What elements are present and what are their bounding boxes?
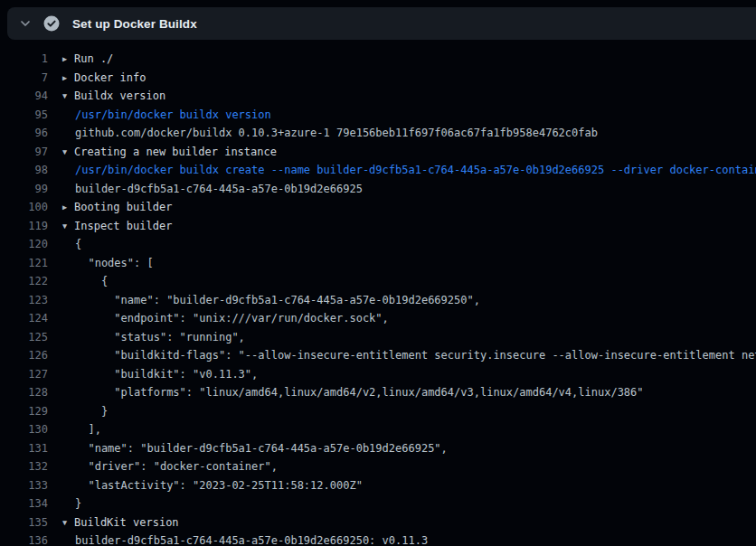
line-content: "platforms": "linux/amd64,linux/amd64/v2…	[62, 383, 644, 402]
log-line[interactable]: 121 "nodes": [	[0, 254, 756, 273]
line-text: BuildKit version	[74, 516, 179, 529]
log-line[interactable]: 99 builder-d9cfb5a1-c764-445a-a57e-0b19d…	[0, 180, 756, 199]
line-content: "lastActivity": "2023-02-25T11:58:12.000…	[62, 476, 363, 495]
line-text: "nodes": [	[75, 257, 154, 269]
line-content: ▶Run ./	[62, 50, 113, 69]
line-text: "name": "builder-d9cfb5a1-c764-445a-a57e…	[75, 442, 448, 455]
line-content: "status": "running",	[62, 328, 245, 347]
line-text: Run ./	[74, 52, 113, 65]
log-line[interactable]: 126 "buildkitd-flags": "--allow-insecure…	[0, 346, 756, 365]
group-toggle-icon[interactable]: ▼	[62, 217, 74, 236]
line-number[interactable]: 126	[0, 346, 48, 365]
step-header[interactable]: Set up Docker Buildx	[7, 7, 756, 40]
log-line[interactable]: 122 {	[0, 272, 756, 291]
line-number[interactable]: 96	[0, 124, 48, 143]
line-content: ],	[62, 420, 101, 439]
line-content: ▼BuildKit version	[62, 513, 179, 532]
log-line[interactable]: 1 ▶Run ./	[0, 50, 756, 69]
line-number[interactable]: 131	[0, 439, 48, 458]
line-number[interactable]: 7	[0, 69, 48, 88]
log-line[interactable]: 128 "platforms": "linux/amd64,linux/amd6…	[0, 383, 756, 402]
line-content: "nodes": [	[62, 254, 154, 273]
log-line[interactable]: 96 github.com/docker/buildx 0.10.3+azure…	[0, 124, 756, 143]
line-number[interactable]: 132	[0, 457, 48, 476]
log-line[interactable]: 134 }	[0, 494, 756, 513]
log-line[interactable]: 130 ],	[0, 420, 756, 439]
log-line[interactable]: 132 "driver": "docker-container",	[0, 457, 756, 476]
line-text: github.com/docker/buildx 0.10.3+azure-1 …	[75, 127, 598, 139]
log-line[interactable]: 94 ▼Buildx version	[0, 87, 756, 106]
line-number[interactable]: 133	[0, 476, 48, 495]
line-number[interactable]: 127	[0, 365, 48, 384]
group-toggle-icon[interactable]: ▼	[62, 87, 74, 106]
line-text: "buildkitd-flags": "--allow-insecure-ent…	[75, 349, 756, 362]
line-content: {	[62, 235, 81, 254]
line-number[interactable]: 121	[0, 254, 48, 273]
line-content: builder-d9cfb5a1-c764-445a-a57e-0b19d2e6…	[62, 532, 428, 546]
log-line[interactable]: 97 ▼Creating a new builder instance	[0, 143, 756, 162]
line-number[interactable]: 122	[0, 272, 48, 291]
log-line[interactable]: 120 {	[0, 235, 756, 254]
line-number[interactable]: 100	[0, 198, 48, 217]
line-number[interactable]: 135	[0, 513, 48, 532]
line-content: {	[62, 272, 108, 291]
line-number[interactable]: 124	[0, 309, 48, 328]
log-line[interactable]: 131 "name": "builder-d9cfb5a1-c764-445a-…	[0, 439, 756, 458]
line-number[interactable]: 129	[0, 402, 48, 421]
line-content: github.com/docker/buildx 0.10.3+azure-1 …	[62, 124, 598, 143]
log-line[interactable]: 124 "endpoint": "unix:///var/run/docker.…	[0, 309, 756, 328]
line-number[interactable]: 136	[0, 532, 48, 546]
line-text: "driver": "docker-container",	[75, 460, 278, 473]
chevron-down-icon[interactable]	[18, 16, 33, 31]
line-number[interactable]: 99	[0, 180, 48, 199]
group-toggle-icon[interactable]: ▶	[62, 198, 74, 217]
line-content: ▼Buildx version	[62, 87, 165, 106]
line-text: "endpoint": "unix:///var/run/docker.sock…	[75, 312, 389, 325]
line-content: "driver": "docker-container",	[62, 457, 278, 476]
line-text: "lastActivity": "2023-02-25T11:58:12.000…	[75, 479, 363, 492]
line-content: "buildkitd-flags": "--allow-insecure-ent…	[62, 346, 756, 365]
line-number[interactable]: 120	[0, 235, 48, 254]
log-line[interactable]: 133 "lastActivity": "2023-02-25T11:58:12…	[0, 476, 756, 495]
line-number[interactable]: 94	[0, 87, 48, 106]
log-lines: 1 ▶Run ./ 7 ▶Docker info 94 ▼Buildx vers…	[0, 40, 756, 546]
line-text: ],	[75, 423, 101, 436]
log-line[interactable]: 129 }	[0, 402, 756, 421]
line-number[interactable]: 123	[0, 291, 48, 310]
group-toggle-icon[interactable]: ▼	[62, 143, 74, 162]
line-number[interactable]: 119	[0, 217, 48, 236]
log-line[interactable]: 136 builder-d9cfb5a1-c764-445a-a57e-0b19…	[0, 532, 756, 546]
line-number[interactable]: 1	[0, 50, 48, 69]
log-line[interactable]: 119 ▼Inspect builder	[0, 217, 756, 236]
line-content: /usr/bin/docker buildx create --name bui…	[62, 161, 756, 180]
log-line[interactable]: 123 "name": "builder-d9cfb5a1-c764-445a-…	[0, 291, 756, 310]
log-line[interactable]: 100 ▶Booting builder	[0, 198, 756, 217]
group-toggle-icon[interactable]: ▶	[62, 50, 74, 69]
line-text: "status": "running",	[75, 331, 245, 344]
line-content: "buildkit": "v0.11.3",	[62, 365, 258, 384]
line-text: Booting builder	[74, 201, 172, 213]
line-text: "platforms": "linux/amd64,linux/amd64/v2…	[75, 386, 644, 399]
log-line[interactable]: 7 ▶Docker info	[0, 69, 756, 88]
line-text: /usr/bin/docker buildx version	[75, 108, 271, 121]
line-text: Buildx version	[74, 89, 165, 102]
line-number[interactable]: 130	[0, 420, 48, 439]
line-number[interactable]: 95	[0, 106, 48, 125]
line-content: builder-d9cfb5a1-c764-445a-a57e-0b19d2e6…	[62, 180, 363, 199]
group-toggle-icon[interactable]: ▼	[62, 513, 74, 532]
line-number[interactable]: 134	[0, 494, 48, 513]
line-text: {	[75, 238, 81, 250]
line-text: }	[75, 497, 81, 510]
line-text: "name": "builder-d9cfb5a1-c764-445a-a57e…	[75, 294, 480, 306]
line-number[interactable]: 98	[0, 161, 48, 180]
log-line[interactable]: 98 /usr/bin/docker buildx create --name …	[0, 161, 756, 180]
line-content: "endpoint": "unix:///var/run/docker.sock…	[62, 309, 389, 328]
line-number[interactable]: 97	[0, 143, 48, 162]
log-line[interactable]: 125 "status": "running",	[0, 328, 756, 347]
log-line[interactable]: 127 "buildkit": "v0.11.3",	[0, 365, 756, 384]
group-toggle-icon[interactable]: ▶	[62, 69, 74, 88]
log-line[interactable]: 95 /usr/bin/docker buildx version	[0, 106, 756, 125]
line-number[interactable]: 125	[0, 328, 48, 347]
log-line[interactable]: 135 ▼BuildKit version	[0, 513, 756, 532]
line-number[interactable]: 128	[0, 383, 48, 402]
